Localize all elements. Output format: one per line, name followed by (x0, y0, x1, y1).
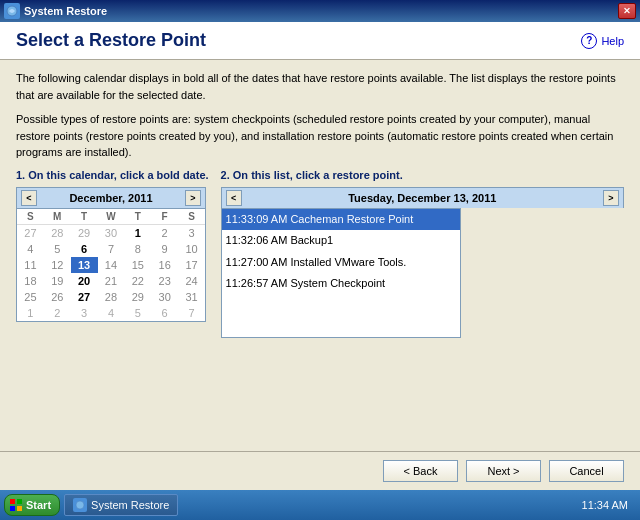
calendar-day: 27 (17, 224, 44, 241)
calendar-day: 6 (151, 305, 178, 321)
buttons-row: < Back Next > Cancel (0, 451, 640, 490)
calendar-day: 3 (71, 305, 98, 321)
close-button[interactable]: ✕ (618, 3, 636, 19)
calendar-week-row: 45678910 (17, 241, 205, 257)
calendar-day: 18 (17, 273, 44, 289)
calendar-container: 1. On this calendar, click a bold date. … (16, 169, 209, 338)
svg-rect-4 (17, 506, 22, 511)
help-link[interactable]: ? Help (581, 33, 624, 49)
calendar-day: 14 (98, 257, 125, 273)
calendar-day[interactable]: 13 (71, 257, 98, 273)
calendar-day: 11 (17, 257, 44, 273)
calendar-day: 5 (44, 241, 71, 257)
calendar-day: 28 (98, 289, 125, 305)
taskbar-time: 11:34 AM (574, 499, 636, 511)
calendar-day: 26 (44, 289, 71, 305)
calendar-day: 30 (151, 289, 178, 305)
calendar-day: 10 (178, 241, 205, 257)
calendar-day: 8 (124, 241, 151, 257)
calendar-day: 22 (124, 273, 151, 289)
restore-list-prev-button[interactable]: < (226, 190, 242, 206)
calendar-day[interactable]: 27 (71, 289, 98, 305)
help-icon: ? (581, 33, 597, 49)
restore-list: 11:33:09 AM Cacheman Restore Point11:32:… (221, 208, 461, 338)
svg-rect-3 (10, 506, 15, 511)
calendar-day: 12 (44, 257, 71, 273)
taskbar: Start System Restore 11:34 AM (0, 490, 640, 520)
cancel-button[interactable]: Cancel (549, 460, 624, 482)
svg-rect-1 (10, 499, 15, 504)
calendar-week-row: 1234567 (17, 305, 205, 321)
calendar-day: 23 (151, 273, 178, 289)
calendar-day: 3 (178, 224, 205, 241)
calendar-day: 28 (44, 224, 71, 241)
calendar-week-row: 11121314151617 (17, 257, 205, 273)
calendar-day: 25 (17, 289, 44, 305)
day-header-wed: W (98, 209, 125, 225)
restore-list-item[interactable]: 11:26:57 AM System Checkpoint (222, 273, 460, 295)
day-header-sat: S (178, 209, 205, 225)
help-label: Help (601, 35, 624, 47)
calendar-day: 30 (98, 224, 125, 241)
svg-point-5 (76, 501, 84, 509)
calendar-day[interactable]: 1 (124, 224, 151, 241)
page-title: Select a Restore Point (16, 30, 206, 51)
calendar-day: 29 (124, 289, 151, 305)
calendar-day: 19 (44, 273, 71, 289)
instruction-1: 1. On this calendar, click a bold date. (16, 169, 209, 181)
calendar-month-label: December, 2011 (69, 192, 152, 204)
day-header-thu: T (124, 209, 151, 225)
description-1: The following calendar displays in bold … (16, 70, 624, 103)
calendar-day: 16 (151, 257, 178, 273)
day-header-tue: T (71, 209, 98, 225)
calendar-week-row: 18192021222324 (17, 273, 205, 289)
restore-list-header: < Tuesday, December 13, 2011 > (221, 187, 624, 208)
calendar-week-row: 25262728293031 (17, 289, 205, 305)
window-body: Select a Restore Point ? Help The follow… (0, 22, 640, 490)
next-button[interactable]: Next > (466, 460, 541, 482)
calendar-day: 7 (178, 305, 205, 321)
taskbar-item-system-restore[interactable]: System Restore (64, 494, 178, 516)
calendar-day: 2 (151, 224, 178, 241)
back-button[interactable]: < Back (383, 460, 458, 482)
calendar-next-button[interactable]: > (185, 190, 201, 206)
start-button[interactable]: Start (4, 494, 60, 516)
restore-list-date: Tuesday, December 13, 2011 (348, 192, 496, 204)
calendar-day: 15 (124, 257, 151, 273)
restore-list-next-button[interactable]: > (603, 190, 619, 206)
title-bar-left: System Restore (4, 3, 107, 19)
instruction-2: 2. On this list, click a restore point. (221, 169, 624, 181)
restore-list-item[interactable]: 11:33:09 AM Cacheman Restore Point (222, 209, 460, 231)
calendar-day[interactable]: 6 (71, 241, 98, 257)
header-bar: Select a Restore Point ? Help (0, 22, 640, 60)
calendar-day: 9 (151, 241, 178, 257)
calendar-prev-button[interactable]: < (21, 190, 37, 206)
calendar-day: 4 (17, 241, 44, 257)
calendar-day: 5 (124, 305, 151, 321)
restore-list-item[interactable]: 11:32:06 AM Backup1 (222, 230, 460, 252)
day-header-sun: S (17, 209, 44, 225)
app-icon (4, 3, 20, 19)
calendar-header: < December, 2011 > (17, 188, 205, 209)
description-2: Possible types of restore points are: sy… (16, 111, 624, 161)
calendar-day: 1 (17, 305, 44, 321)
calendar-body: 2728293012345678910111213141516171819202… (17, 224, 205, 321)
two-column-section: 1. On this calendar, click a bold date. … (16, 169, 624, 338)
day-header-mon: M (44, 209, 71, 225)
calendar-day: 24 (178, 273, 205, 289)
calendar-day: 4 (98, 305, 125, 321)
calendar-day: 7 (98, 241, 125, 257)
title-bar: System Restore ✕ (0, 0, 640, 22)
svg-rect-2 (17, 499, 22, 504)
window-title: System Restore (24, 5, 107, 17)
restore-list-item[interactable]: 11:27:00 AM Installed VMware Tools. (222, 252, 460, 274)
calendar-week-row: 27282930123 (17, 224, 205, 241)
calendar-day: 2 (44, 305, 71, 321)
restore-list-container: 2. On this list, click a restore point. … (221, 169, 624, 338)
taskbar-left: Start System Restore (4, 494, 178, 516)
calendar-day[interactable]: 20 (71, 273, 98, 289)
content-area: The following calendar displays in bold … (0, 60, 640, 451)
calendar-day: 21 (98, 273, 125, 289)
calendar: < December, 2011 > S M T W T F (16, 187, 206, 322)
calendar-day: 29 (71, 224, 98, 241)
